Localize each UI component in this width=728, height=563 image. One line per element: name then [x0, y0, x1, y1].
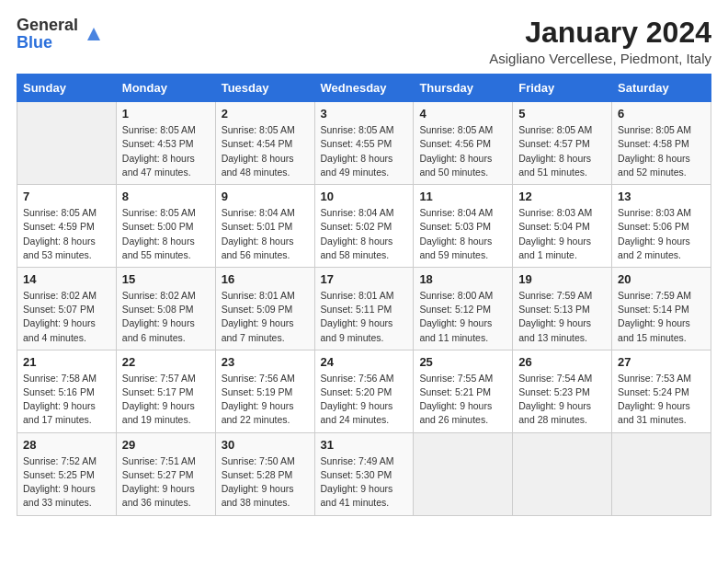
calendar-cell: 26Sunrise: 7:54 AMSunset: 5:23 PMDayligh…	[513, 350, 612, 432]
day-info: Sunrise: 8:05 AMSunset: 4:58 PMDaylight:…	[618, 123, 705, 179]
day-info: Sunrise: 8:04 AMSunset: 5:02 PMDaylight:…	[321, 206, 408, 262]
day-number: 17	[321, 272, 408, 286]
day-number: 28	[23, 438, 110, 452]
calendar-cell: 22Sunrise: 7:57 AMSunset: 5:17 PMDayligh…	[116, 350, 215, 432]
calendar-cell: 4Sunrise: 8:05 AMSunset: 4:56 PMDaylight…	[414, 102, 513, 185]
day-info: Sunrise: 7:54 AMSunset: 5:23 PMDaylight:…	[518, 372, 606, 428]
day-number: 20	[618, 272, 705, 286]
day-number: 25	[419, 355, 506, 369]
day-number: 6	[618, 107, 705, 121]
day-number: 5	[518, 107, 606, 121]
day-info: Sunrise: 8:05 AMSunset: 4:57 PMDaylight:…	[518, 123, 606, 179]
calendar-cell: 21Sunrise: 7:58 AMSunset: 5:16 PMDayligh…	[17, 350, 117, 432]
title-block: January 2024 Asigliano Vercellese, Piedm…	[489, 17, 711, 66]
day-number: 1	[122, 107, 210, 121]
day-info: Sunrise: 7:50 AMSunset: 5:28 PMDaylight:…	[222, 454, 309, 511]
calendar-cell: 12Sunrise: 8:03 AMSunset: 5:04 PMDayligh…	[513, 185, 612, 268]
weekday-header-wednesday: Wednesday	[314, 75, 414, 102]
weekday-header-sunday: Sunday	[17, 75, 117, 102]
day-number: 7	[23, 190, 110, 203]
calendar-subtitle: Asigliano Vercellese, Piedmont, Italy	[489, 51, 711, 66]
calendar-cell: 14Sunrise: 8:02 AMSunset: 5:07 PMDayligh…	[17, 267, 117, 350]
weekday-header-saturday: Saturday	[612, 75, 711, 102]
calendar-cell	[17, 102, 117, 185]
calendar-week-row: 21Sunrise: 7:58 AMSunset: 5:16 PMDayligh…	[17, 350, 711, 432]
page-header: General Blue January 2024 Asigliano Verc…	[17, 17, 711, 66]
logo-general: General	[17, 16, 78, 34]
day-number: 18	[419, 272, 506, 286]
day-number: 15	[122, 272, 210, 286]
logo-icon	[84, 24, 104, 44]
day-info: Sunrise: 8:02 AMSunset: 5:07 PMDaylight:…	[23, 289, 110, 345]
calendar-cell: 18Sunrise: 8:00 AMSunset: 5:12 PMDayligh…	[414, 267, 513, 350]
day-number: 29	[122, 438, 210, 452]
calendar-cell	[612, 432, 711, 515]
day-info: Sunrise: 7:55 AMSunset: 5:21 PMDaylight:…	[419, 372, 506, 428]
calendar-cell: 24Sunrise: 7:56 AMSunset: 5:20 PMDayligh…	[314, 350, 414, 432]
calendar-cell: 28Sunrise: 7:52 AMSunset: 5:25 PMDayligh…	[17, 432, 117, 515]
day-info: Sunrise: 8:04 AMSunset: 5:03 PMDaylight:…	[419, 206, 506, 262]
day-info: Sunrise: 7:59 AMSunset: 5:14 PMDaylight:…	[618, 289, 705, 345]
calendar-cell: 5Sunrise: 8:05 AMSunset: 4:57 PMDaylight…	[513, 102, 612, 185]
calendar-cell: 19Sunrise: 7:59 AMSunset: 5:13 PMDayligh…	[513, 267, 612, 350]
day-number: 31	[321, 438, 408, 452]
calendar-cell: 7Sunrise: 8:05 AMSunset: 4:59 PMDaylight…	[17, 185, 117, 268]
day-info: Sunrise: 7:51 AMSunset: 5:27 PMDaylight:…	[122, 454, 210, 511]
day-number: 8	[122, 190, 210, 203]
day-info: Sunrise: 8:01 AMSunset: 5:09 PMDaylight:…	[222, 289, 309, 345]
day-number: 12	[518, 190, 606, 203]
day-number: 23	[222, 355, 309, 369]
logo-blue: Blue	[17, 33, 52, 52]
calendar-cell: 2Sunrise: 8:05 AMSunset: 4:54 PMDaylight…	[215, 102, 314, 185]
calendar-cell: 30Sunrise: 7:50 AMSunset: 5:28 PMDayligh…	[215, 432, 314, 515]
svg-marker-0	[87, 28, 100, 40]
day-number: 4	[419, 107, 506, 121]
calendar-cell: 8Sunrise: 8:05 AMSunset: 5:00 PMDaylight…	[116, 185, 215, 268]
weekday-header-row: SundayMondayTuesdayWednesdayThursdayFrid…	[17, 75, 711, 102]
calendar-cell: 1Sunrise: 8:05 AMSunset: 4:53 PMDaylight…	[116, 102, 215, 185]
weekday-header-thursday: Thursday	[414, 75, 513, 102]
day-number: 21	[23, 355, 110, 369]
calendar-cell: 10Sunrise: 8:04 AMSunset: 5:02 PMDayligh…	[314, 185, 414, 268]
day-number: 16	[222, 272, 309, 286]
calendar-table: SundayMondayTuesdayWednesdayThursdayFrid…	[17, 74, 711, 515]
calendar-week-row: 28Sunrise: 7:52 AMSunset: 5:25 PMDayligh…	[17, 432, 711, 515]
day-info: Sunrise: 8:02 AMSunset: 5:08 PMDaylight:…	[122, 289, 210, 345]
calendar-cell	[414, 432, 513, 515]
day-info: Sunrise: 8:05 AMSunset: 5:00 PMDaylight:…	[122, 206, 210, 262]
day-info: Sunrise: 7:49 AMSunset: 5:30 PMDaylight:…	[321, 454, 408, 511]
calendar-title: January 2024	[489, 17, 711, 49]
calendar-cell: 31Sunrise: 7:49 AMSunset: 5:30 PMDayligh…	[314, 432, 414, 515]
day-number: 10	[321, 190, 408, 203]
day-number: 13	[618, 190, 705, 203]
calendar-cell: 27Sunrise: 7:53 AMSunset: 5:24 PMDayligh…	[612, 350, 711, 432]
day-info: Sunrise: 8:01 AMSunset: 5:11 PMDaylight:…	[321, 289, 408, 345]
day-info: Sunrise: 7:56 AMSunset: 5:20 PMDaylight:…	[321, 372, 408, 428]
day-number: 26	[518, 355, 606, 369]
day-number: 11	[419, 190, 506, 203]
calendar-cell: 16Sunrise: 8:01 AMSunset: 5:09 PMDayligh…	[215, 267, 314, 350]
day-info: Sunrise: 8:05 AMSunset: 4:56 PMDaylight:…	[419, 123, 506, 179]
day-info: Sunrise: 8:03 AMSunset: 5:04 PMDaylight:…	[518, 206, 606, 262]
calendar-cell: 25Sunrise: 7:55 AMSunset: 5:21 PMDayligh…	[414, 350, 513, 432]
calendar-cell: 11Sunrise: 8:04 AMSunset: 5:03 PMDayligh…	[414, 185, 513, 268]
day-info: Sunrise: 7:57 AMSunset: 5:17 PMDaylight:…	[122, 372, 210, 428]
calendar-cell: 23Sunrise: 7:56 AMSunset: 5:19 PMDayligh…	[215, 350, 314, 432]
day-info: Sunrise: 7:52 AMSunset: 5:25 PMDaylight:…	[23, 454, 110, 511]
day-info: Sunrise: 8:05 AMSunset: 4:53 PMDaylight:…	[122, 123, 210, 179]
day-number: 27	[618, 355, 705, 369]
calendar-cell: 9Sunrise: 8:04 AMSunset: 5:01 PMDaylight…	[215, 185, 314, 268]
calendar-week-row: 14Sunrise: 8:02 AMSunset: 5:07 PMDayligh…	[17, 267, 711, 350]
day-info: Sunrise: 7:58 AMSunset: 5:16 PMDaylight:…	[23, 372, 110, 428]
day-number: 3	[321, 107, 408, 121]
day-number: 30	[222, 438, 309, 452]
day-number: 2	[222, 107, 309, 121]
calendar-cell: 13Sunrise: 8:03 AMSunset: 5:06 PMDayligh…	[612, 185, 711, 268]
day-info: Sunrise: 8:05 AMSunset: 4:54 PMDaylight:…	[222, 123, 309, 179]
day-info: Sunrise: 7:56 AMSunset: 5:19 PMDaylight:…	[222, 372, 309, 428]
calendar-cell: 29Sunrise: 7:51 AMSunset: 5:27 PMDayligh…	[116, 432, 215, 515]
day-info: Sunrise: 8:05 AMSunset: 4:55 PMDaylight:…	[321, 123, 408, 179]
day-number: 19	[518, 272, 606, 286]
day-info: Sunrise: 8:03 AMSunset: 5:06 PMDaylight:…	[618, 206, 705, 262]
day-info: Sunrise: 8:00 AMSunset: 5:12 PMDaylight:…	[419, 289, 506, 345]
